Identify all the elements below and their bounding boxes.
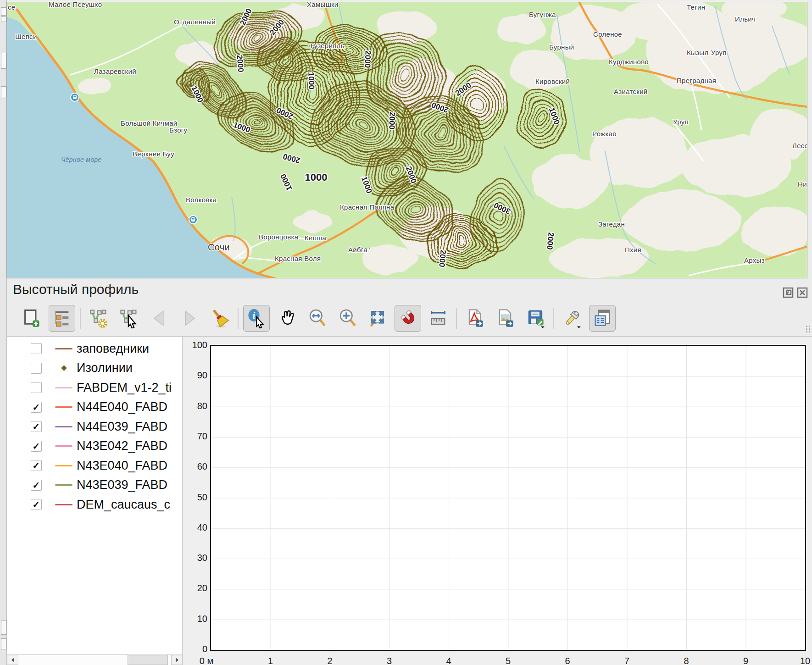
clear-button[interactable]	[206, 305, 233, 332]
map-canvas[interactable]: сеМалое ПсеушхоШепсиОтдаленныйЛазаревски…	[6, 2, 807, 278]
map-place-label: Азиатский	[614, 88, 648, 95]
zoom-x-axis-button[interactable]	[304, 305, 330, 332]
profile-toolbar: i	[6, 304, 619, 333]
export-as-pdf-button[interactable]	[462, 305, 488, 332]
zoom-full-button[interactable]	[364, 305, 391, 332]
x-tick-label: 6	[565, 656, 570, 665]
y-tick-label: 60	[186, 461, 207, 472]
panel-resize-handle[interactable]	[806, 326, 810, 332]
layer-checkbox[interactable]	[31, 363, 42, 374]
scrollbar-track[interactable]	[18, 655, 171, 665]
zoom-in-button[interactable]	[334, 305, 361, 332]
layer-checkbox[interactable]: ✓	[31, 499, 42, 510]
map-place-label: Соленое	[593, 30, 622, 38]
layer-label: N44E040_FABD	[77, 400, 167, 414]
elevation-profile-chart[interactable]: 1009080706050403020100 0 м12345678910	[183, 337, 812, 665]
line-symbol-icon	[55, 348, 73, 349]
map-place-label: Большой Кичмай	[121, 119, 178, 127]
map-place-label: Гузерипль	[311, 42, 345, 50]
line-symbol-icon	[55, 465, 73, 466]
layer-checkbox[interactable]: ✓	[31, 402, 42, 413]
line-symbol-icon	[55, 484, 73, 486]
nudge-left-button[interactable]	[146, 305, 172, 332]
layer-row[interactable]: ✓N43E040_FABD	[7, 456, 182, 475]
snapping-button[interactable]	[395, 305, 421, 332]
map-water-label: Чёрное море	[61, 156, 101, 163]
layer-row[interactable]: ✓N44E040_FABD	[7, 398, 182, 417]
layer-row[interactable]: заповедники	[7, 339, 182, 358]
options-button[interactable]	[559, 305, 585, 332]
x-tick-label: 4	[446, 656, 451, 665]
scroll-left-button[interactable]	[7, 655, 18, 665]
contour-elevation-label: 1000	[305, 172, 328, 183]
map-place-label: Ильич	[735, 15, 756, 23]
strip-block	[1, 638, 6, 649]
capture-curve-from-feature-button[interactable]	[116, 305, 142, 332]
line-symbol-icon	[55, 426, 73, 427]
layer-row[interactable]: ✓N43E042_FABD	[7, 437, 182, 456]
contour-elevation-label: 2000	[363, 50, 372, 68]
add-layers-button[interactable]	[18, 305, 45, 332]
y-tick-label: 80	[186, 401, 207, 411]
map-place-label: Загедан	[598, 220, 625, 228]
capture-curve-button[interactable]	[85, 305, 112, 332]
layer-label: N43E039_FABD	[77, 478, 167, 492]
pan-button[interactable]	[273, 305, 300, 332]
capture-feature-icon	[119, 308, 139, 328]
contour-elevation-label: 2000	[545, 232, 555, 250]
close-button[interactable]	[797, 287, 808, 298]
plot-area[interactable]	[210, 345, 806, 651]
x-tick-label: 9	[743, 656, 748, 665]
zoom-full-icon	[367, 308, 388, 328]
save-as-button[interactable]	[522, 305, 549, 332]
panel-title: Высотный профиль	[13, 282, 139, 297]
y-tick-label: 40	[186, 522, 207, 533]
dock-options-button[interactable]	[589, 305, 616, 332]
map-place-label: Воронцовка	[259, 233, 299, 241]
map-splitter-handle[interactable]	[354, 248, 370, 249]
map-place-label: Красная Поляна	[340, 203, 395, 211]
layer-checkbox[interactable]	[31, 343, 42, 354]
dock-icon	[592, 308, 612, 328]
map-place-label: Бугунжа	[529, 11, 556, 18]
zoom-in-icon	[337, 308, 357, 328]
x-tick-label: 5	[506, 656, 511, 665]
line-symbol-icon	[55, 445, 73, 447]
toolbar-separator	[238, 308, 239, 329]
float-icon	[783, 287, 794, 298]
identify-features-button[interactable]: i	[243, 305, 270, 332]
scrollbar-thumb[interactable]	[128, 655, 168, 665]
line-symbol-icon	[55, 406, 73, 408]
map-place-label: Аибга	[348, 246, 367, 254]
save-icon	[525, 308, 545, 328]
layer-checkbox[interactable]: ✓	[31, 421, 42, 432]
toolbar-separator	[456, 308, 457, 329]
y-tick-label: 30	[186, 553, 207, 563]
map-place-label: Кепша	[305, 234, 326, 242]
layer-checkbox[interactable]: ✓	[31, 480, 42, 491]
layer-checkbox[interactable]: ✓	[31, 460, 42, 471]
svg-text:i: i	[253, 310, 256, 321]
map-place-label: Хамышки	[307, 2, 339, 8]
scroll-right-button[interactable]	[171, 655, 183, 665]
layer-row[interactable]: ✓N43E039_FABD	[7, 476, 182, 495]
show-layer-tree-button[interactable]	[49, 305, 75, 332]
measure-distances-button[interactable]	[425, 305, 451, 332]
export-as-image-button[interactable]	[492, 305, 518, 332]
layer-checkbox[interactable]: ✓	[31, 441, 42, 452]
profile-layer-list: заповедникиИзолинииFABDEM_v1-2_ti✓N44E04…	[7, 337, 183, 654]
contour-elevation-label: 2000	[235, 55, 245, 72]
layer-row[interactable]: ✓N44E039_FABD	[7, 417, 182, 436]
nudge-right-button[interactable]	[176, 305, 203, 332]
line-symbol-icon	[55, 387, 73, 388]
layer-row[interactable]: ✓DEM_caucaus_c	[7, 495, 182, 514]
layer-label: FABDEM_v1-2_ti	[77, 381, 172, 395]
layer-row[interactable]: Изолинии	[7, 359, 182, 378]
float-button[interactable]	[783, 287, 794, 298]
scroll-left-icon	[10, 657, 16, 663]
x-tick-label: 7	[624, 656, 629, 665]
layer-checkbox[interactable]	[31, 382, 42, 393]
layer-row[interactable]: FABDEM_v1-2_ti	[7, 378, 182, 397]
layer-list-hscrollbar[interactable]	[7, 654, 183, 665]
y-tick-label: 100	[186, 340, 207, 350]
